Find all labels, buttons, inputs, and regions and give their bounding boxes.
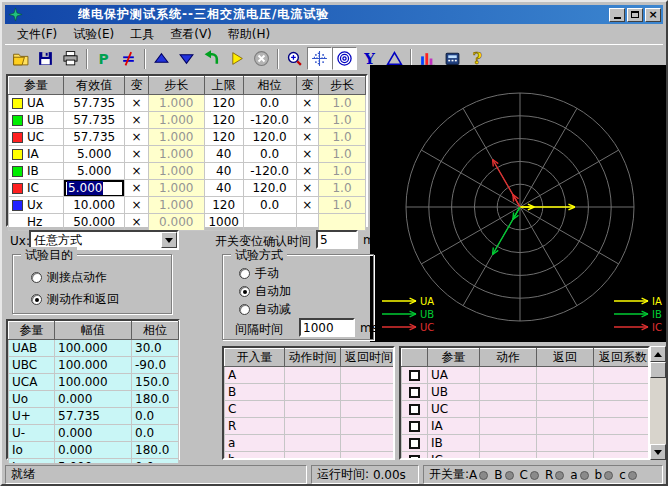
limit-cell[interactable]: 120	[204, 129, 243, 146]
step-cell[interactable]: 1.000	[148, 95, 204, 112]
menu-view[interactable]: 查看(V)	[162, 25, 220, 44]
purpose-option-0[interactable]: 测接点动作	[31, 269, 107, 286]
vary-toggle-cell[interactable]: ×	[296, 129, 318, 146]
vertical-scrollbar[interactable]	[650, 346, 666, 460]
phase-cell[interactable]: -120.0	[243, 163, 296, 180]
limit-cell[interactable]: 40	[204, 163, 243, 180]
toolbar-zoom-button[interactable]	[282, 47, 307, 70]
vary-toggle-cell[interactable]: ×	[125, 112, 148, 129]
toolbar-start-test-button[interactable]	[224, 47, 249, 70]
limit-cell[interactable]: 120	[204, 197, 243, 214]
limit-cell[interactable]: 40	[204, 146, 243, 163]
scrollbar-track[interactable]	[650, 378, 666, 444]
close-button[interactable]: ×	[645, 8, 661, 22]
phase-cell[interactable]: -120.0	[243, 112, 296, 129]
toolbar-step-up-button[interactable]	[149, 47, 174, 70]
rms-value-cell[interactable]: 5.000	[64, 163, 125, 180]
vary-toggle-cell[interactable]: ×	[125, 214, 148, 231]
scroll-down-button[interactable]	[650, 444, 666, 460]
toolbar-circle-view-button[interactable]	[332, 47, 357, 70]
limit-cell[interactable]: 1000	[204, 214, 243, 231]
row-checkbox[interactable]	[409, 421, 420, 432]
phase-cell[interactable]	[243, 214, 296, 231]
phase-step-cell[interactable]: 1.0	[319, 95, 366, 112]
rms-value-cell[interactable]: 5.000	[64, 180, 125, 197]
row-checkbox[interactable]	[409, 404, 420, 415]
mode-option-2[interactable]: 自动减	[239, 301, 291, 318]
vary-toggle-cell[interactable]: ×	[125, 146, 148, 163]
interval-input[interactable]	[299, 318, 355, 337]
phase-step-cell[interactable]: 1.0	[319, 129, 366, 146]
step-cell[interactable]: 1.000	[148, 146, 204, 163]
vary-toggle-cell[interactable]: ×	[296, 197, 318, 214]
vary-toggle-cell[interactable]	[296, 214, 318, 231]
vary-toggle-cell[interactable]: ×	[296, 95, 318, 112]
step-cell[interactable]: 0.000	[148, 214, 204, 231]
step-cell[interactable]: 1.000	[148, 129, 204, 146]
row-checkbox[interactable]	[409, 387, 420, 398]
toolbar-polar-grid-button[interactable]	[307, 47, 332, 70]
phase-cell[interactable]: 120.0	[243, 129, 296, 146]
radio-button-selected[interactable]	[239, 286, 250, 297]
rms-value-cell[interactable]: 50.000	[64, 214, 125, 231]
limit-cell[interactable]: 40	[204, 180, 243, 197]
row-checkbox[interactable]	[409, 455, 420, 460]
step-cell[interactable]: 1.000	[148, 197, 204, 214]
rms-value-cell[interactable]: 57.735	[64, 112, 125, 129]
phase-cell[interactable]: 0.0	[243, 146, 296, 163]
row-checkbox[interactable]	[409, 370, 420, 381]
step-cell[interactable]: 1.000	[148, 180, 204, 197]
step-cell[interactable]: 1.000	[148, 112, 204, 129]
rms-edit-box[interactable]: 5.000	[65, 181, 123, 196]
toolbar-stop-test-button[interactable]	[249, 47, 274, 70]
vary-toggle-cell[interactable]: ×	[296, 180, 318, 197]
toolbar-save-button[interactable]	[33, 47, 58, 70]
mode-option-1[interactable]: 自动加	[239, 283, 291, 300]
phase-step-cell[interactable]	[319, 214, 366, 231]
rms-value-cell[interactable]: 57.735	[64, 95, 125, 112]
rms-value-cell[interactable]: 57.735	[64, 129, 125, 146]
menu-test[interactable]: 试验(E)	[65, 25, 122, 44]
purpose-option-1[interactable]: 测动作和返回	[31, 291, 119, 308]
phase-cell[interactable]: 120.0	[243, 180, 296, 197]
scroll-up-button[interactable]	[650, 346, 666, 362]
limit-cell[interactable]: 120	[204, 112, 243, 129]
vary-toggle-cell[interactable]: ×	[125, 163, 148, 180]
vary-toggle-cell[interactable]: ×	[296, 112, 318, 129]
toolbar-step-down-button[interactable]	[174, 47, 199, 70]
rms-value-cell[interactable]: 10.000	[64, 197, 125, 214]
rms-value-cell[interactable]: 5.000	[64, 146, 125, 163]
radio-button-selected[interactable]	[31, 294, 42, 305]
phase-step-cell[interactable]: 1.0	[319, 163, 366, 180]
vary-toggle-cell[interactable]: ×	[296, 146, 318, 163]
vary-toggle-cell[interactable]: ×	[125, 180, 148, 197]
title-bar[interactable]: 继电保护测试系统--三相交流电压/电流试验 ×	[5, 5, 663, 24]
radio-button[interactable]	[239, 268, 250, 279]
phase-step-cell[interactable]: 1.0	[319, 197, 366, 214]
radio-button[interactable]	[31, 272, 42, 283]
toolbar-reset-button[interactable]	[199, 47, 224, 70]
toolbar-fault-mode-button[interactable]	[116, 47, 141, 70]
maximize-button[interactable]	[627, 8, 643, 22]
scrollbar-thumb[interactable]	[650, 362, 666, 378]
toolbar-print-button[interactable]	[58, 47, 83, 70]
vary-toggle-cell[interactable]: ×	[125, 95, 148, 112]
menu-tools[interactable]: 工具	[122, 25, 162, 44]
phase-step-cell[interactable]: 1.0	[319, 180, 366, 197]
minimize-button[interactable]	[609, 8, 625, 22]
vary-toggle-cell[interactable]: ×	[125, 129, 148, 146]
radio-button[interactable]	[239, 304, 250, 315]
phase-step-cell[interactable]: 1.0	[319, 146, 366, 163]
menu-file[interactable]: 文件(F)	[9, 25, 65, 44]
confirm-time-input[interactable]	[316, 230, 358, 249]
toolbar-p-mode-button[interactable]: P	[91, 47, 116, 70]
menu-help[interactable]: 帮助(H)	[220, 25, 278, 44]
limit-cell[interactable]: 120	[204, 95, 243, 112]
mode-option-0[interactable]: 手动	[239, 265, 279, 282]
ux-dropdown-button[interactable]	[161, 232, 177, 248]
toolbar-open-button[interactable]	[8, 47, 33, 70]
phase-step-cell[interactable]: 1.0	[319, 112, 366, 129]
vary-toggle-cell[interactable]: ×	[296, 163, 318, 180]
phase-cell[interactable]: 0.0	[243, 95, 296, 112]
phase-cell[interactable]: 0.0	[243, 197, 296, 214]
